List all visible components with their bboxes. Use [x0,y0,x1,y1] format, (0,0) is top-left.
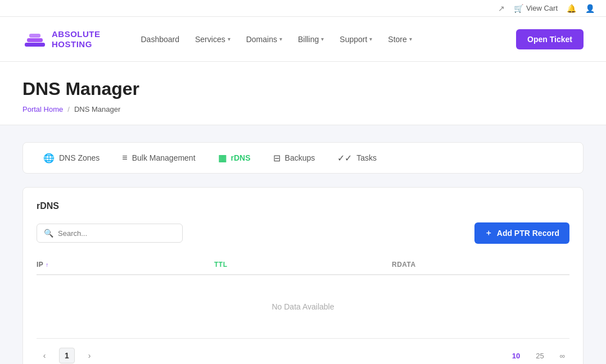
page-size-options: 10 25 ∞ [508,349,569,362]
tab-bulk-management[interactable]: ≡ Bulk Management [113,148,204,167]
cart-label: View Cart [526,4,558,12]
domains-caret: ▾ [279,36,282,42]
nav-item-store[interactable]: Store ▾ [381,30,418,48]
nav-item-billing[interactable]: Billing ▾ [291,30,331,48]
rdns-card: rDNS 🔍 ＋ Add PTR Record IP ↑ TTL RDATA [22,187,584,364]
plus-icon: ＋ [485,228,492,238]
page-header: DNS Manager Portal Home / DNS Manager [0,62,606,125]
nav-item-services[interactable]: Services ▾ [188,30,237,48]
user-item[interactable]: 👤 [585,4,595,13]
page-size-10[interactable]: 10 [508,349,524,362]
svg-rect-1 [27,38,43,42]
page-size-25[interactable]: 25 [531,349,548,362]
nav-item-dashboard[interactable]: Dashboard [134,30,187,48]
nav-items: Dashboard Services ▾ Domains ▾ Billing ▾… [134,30,494,48]
billing-caret: ▾ [321,36,324,42]
search-input[interactable] [58,229,175,238]
logo[interactable]: ABSOLUTE HOSTING [22,27,101,52]
search-box: 🔍 [37,224,183,243]
server-icon: ⊟ [273,153,281,163]
breadcrumb: Portal Home / DNS Manager [22,105,584,113]
list-icon: ≡ [122,153,127,163]
col-header-rdata: RDATA [392,261,569,269]
bell-icon: 🔔 [567,4,576,13]
tab-rdns[interactable]: ▦ rDNS [209,148,260,168]
svg-rect-0 [25,43,45,47]
prev-page-button[interactable]: ‹ [37,348,52,363]
services-caret: ▾ [228,36,230,42]
sort-arrow-ip: ↑ [46,262,49,268]
topbar: ↗ 🛒 View Cart 🔔 👤 [0,0,606,17]
nav-item-support[interactable]: Support ▾ [333,30,379,48]
check-icon: ✓✓ [337,153,352,163]
col-header-ip[interactable]: IP ↑ [37,261,214,269]
breadcrumb-home[interactable]: Portal Home [22,105,63,113]
rdns-title: rDNS [37,201,569,211]
notification-item[interactable]: 🔔 [567,4,576,13]
page-nav: ‹ 1 › [37,348,97,363]
table-header: IP ↑ TTL RDATA [37,255,569,275]
share-item[interactable]: ↗ [498,4,505,13]
cart-icon: 🛒 [514,4,523,13]
navbar: ABSOLUTE HOSTING Dashboard Services ▾ Do… [0,17,606,62]
rdns-toolbar: 🔍 ＋ Add PTR Record [37,222,569,244]
svg-rect-2 [29,34,40,38]
tab-tasks[interactable]: ✓✓ Tasks [328,148,386,168]
nav-item-domains[interactable]: Domains ▾ [239,30,289,48]
breadcrumb-separator: / [67,105,70,113]
page-size-all[interactable]: ∞ [555,349,569,362]
next-page-button[interactable]: › [82,348,97,363]
tab-dns-zones[interactable]: 🌐 DNS Zones [34,148,108,168]
grid-icon: ▦ [218,153,227,163]
breadcrumb-current: DNS Manager [74,105,120,113]
share-icon: ↗ [498,4,505,13]
support-caret: ▾ [369,36,372,42]
col-header-ttl: TTL [214,261,392,269]
tabs-card: 🌐 DNS Zones ≡ Bulk Management ▦ rDNS ⊟ B… [22,142,584,174]
page-1-button[interactable]: 1 [59,348,75,363]
globe-icon: 🌐 [43,153,55,163]
logo-icon [22,27,47,52]
main-content: 🌐 DNS Zones ≡ Bulk Management ▦ rDNS ⊟ B… [0,125,606,364]
open-ticket-button[interactable]: Open Ticket [516,29,584,49]
user-icon: 👤 [585,4,595,13]
search-icon: 🔍 [44,229,53,238]
tab-backups[interactable]: ⊟ Backups [264,148,324,168]
cart-item[interactable]: 🛒 View Cart [514,4,558,13]
logo-text: ABSOLUTE HOSTING [52,29,101,49]
pagination: ‹ 1 › 10 25 ∞ [37,338,569,363]
store-caret: ▾ [409,36,412,42]
page-title: DNS Manager [22,79,584,99]
add-ptr-record-button[interactable]: ＋ Add PTR Record [474,222,569,244]
no-data-message: No Data Available [37,280,569,334]
